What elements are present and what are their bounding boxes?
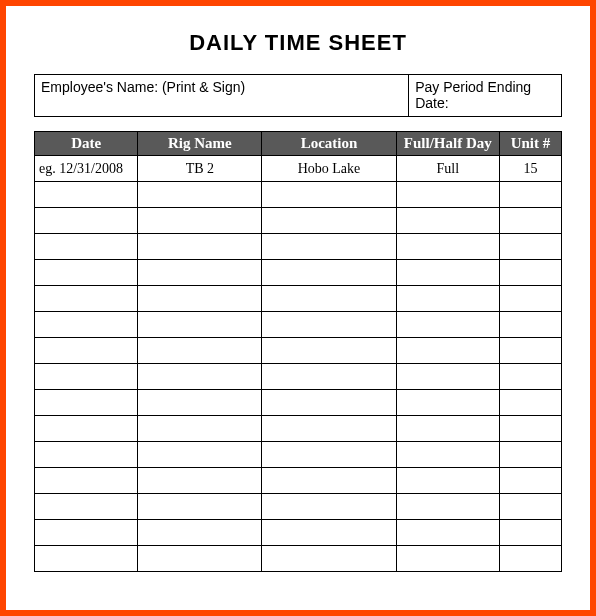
cell-day[interactable] xyxy=(396,390,499,416)
table-row xyxy=(35,442,562,468)
cell-location[interactable] xyxy=(262,234,396,260)
header-date: Date xyxy=(35,132,138,156)
cell-rig[interactable] xyxy=(138,182,262,208)
cell-rig[interactable]: TB 2 xyxy=(138,156,262,182)
cell-day[interactable] xyxy=(396,234,499,260)
cell-unit[interactable] xyxy=(499,234,561,260)
cell-rig[interactable] xyxy=(138,520,262,546)
table-row xyxy=(35,260,562,286)
cell-unit[interactable]: 15 xyxy=(499,156,561,182)
cell-unit[interactable] xyxy=(499,338,561,364)
header-rig: Rig Name xyxy=(138,132,262,156)
header-day: Full/Half Day xyxy=(396,132,499,156)
cell-location[interactable] xyxy=(262,468,396,494)
cell-location[interactable] xyxy=(262,520,396,546)
cell-unit[interactable] xyxy=(499,468,561,494)
cell-unit[interactable] xyxy=(499,312,561,338)
table-row xyxy=(35,182,562,208)
table-row xyxy=(35,234,562,260)
cell-date[interactable] xyxy=(35,416,138,442)
cell-rig[interactable] xyxy=(138,468,262,494)
cell-rig[interactable] xyxy=(138,546,262,572)
cell-unit[interactable] xyxy=(499,208,561,234)
employee-name-cell[interactable]: Employee's Name: (Print & Sign) xyxy=(35,75,409,117)
cell-day[interactable] xyxy=(396,416,499,442)
table-row xyxy=(35,416,562,442)
cell-rig[interactable] xyxy=(138,364,262,390)
table-row xyxy=(35,520,562,546)
cell-date[interactable] xyxy=(35,442,138,468)
cell-day[interactable] xyxy=(396,260,499,286)
cell-date[interactable] xyxy=(35,390,138,416)
cell-rig[interactable] xyxy=(138,494,262,520)
info-table: Employee's Name: (Print & Sign) Pay Peri… xyxy=(34,74,562,117)
cell-unit[interactable] xyxy=(499,182,561,208)
cell-date[interactable] xyxy=(35,364,138,390)
cell-date[interactable] xyxy=(35,234,138,260)
cell-day[interactable] xyxy=(396,182,499,208)
cell-date[interactable] xyxy=(35,260,138,286)
cell-day[interactable] xyxy=(396,520,499,546)
cell-date[interactable] xyxy=(35,338,138,364)
cell-location[interactable] xyxy=(262,546,396,572)
cell-location[interactable] xyxy=(262,286,396,312)
cell-unit[interactable] xyxy=(499,260,561,286)
table-row xyxy=(35,364,562,390)
cell-day[interactable] xyxy=(396,546,499,572)
cell-date[interactable] xyxy=(35,312,138,338)
cell-date[interactable]: eg. 12/31/2008 xyxy=(35,156,138,182)
cell-location[interactable] xyxy=(262,416,396,442)
cell-location[interactable] xyxy=(262,338,396,364)
cell-day[interactable]: Full xyxy=(396,156,499,182)
cell-unit[interactable] xyxy=(499,364,561,390)
cell-location[interactable] xyxy=(262,390,396,416)
cell-unit[interactable] xyxy=(499,546,561,572)
cell-date[interactable] xyxy=(35,520,138,546)
cell-location[interactable] xyxy=(262,260,396,286)
cell-location[interactable] xyxy=(262,208,396,234)
cell-date[interactable] xyxy=(35,468,138,494)
table-row xyxy=(35,338,562,364)
cell-date[interactable] xyxy=(35,286,138,312)
cell-unit[interactable] xyxy=(499,390,561,416)
header-location: Location xyxy=(262,132,396,156)
cell-day[interactable] xyxy=(396,364,499,390)
cell-rig[interactable] xyxy=(138,260,262,286)
cell-date[interactable] xyxy=(35,182,138,208)
cell-rig[interactable] xyxy=(138,442,262,468)
cell-day[interactable] xyxy=(396,208,499,234)
cell-date[interactable] xyxy=(35,208,138,234)
cell-location[interactable] xyxy=(262,364,396,390)
cell-day[interactable] xyxy=(396,338,499,364)
cell-rig[interactable] xyxy=(138,338,262,364)
cell-unit[interactable] xyxy=(499,416,561,442)
cell-location[interactable] xyxy=(262,442,396,468)
cell-rig[interactable] xyxy=(138,416,262,442)
cell-date[interactable] xyxy=(35,494,138,520)
cell-unit[interactable] xyxy=(499,494,561,520)
cell-rig[interactable] xyxy=(138,312,262,338)
cell-date[interactable] xyxy=(35,546,138,572)
cell-day[interactable] xyxy=(396,312,499,338)
table-row xyxy=(35,468,562,494)
cell-unit[interactable] xyxy=(499,286,561,312)
cell-unit[interactable] xyxy=(499,520,561,546)
cell-location[interactable] xyxy=(262,494,396,520)
document-frame: DAILY TIME SHEET Employee's Name: (Print… xyxy=(0,0,596,616)
cell-rig[interactable] xyxy=(138,390,262,416)
cell-day[interactable] xyxy=(396,286,499,312)
cell-day[interactable] xyxy=(396,468,499,494)
cell-location[interactable] xyxy=(262,312,396,338)
table-row xyxy=(35,494,562,520)
cell-location[interactable] xyxy=(262,182,396,208)
table-row: eg. 12/31/2008TB 2Hobo LakeFull15 xyxy=(35,156,562,182)
cell-unit[interactable] xyxy=(499,442,561,468)
cell-day[interactable] xyxy=(396,494,499,520)
table-row xyxy=(35,546,562,572)
pay-period-cell[interactable]: Pay Period Ending Date: xyxy=(409,75,562,117)
cell-day[interactable] xyxy=(396,442,499,468)
cell-rig[interactable] xyxy=(138,286,262,312)
cell-location[interactable]: Hobo Lake xyxy=(262,156,396,182)
cell-rig[interactable] xyxy=(138,208,262,234)
cell-rig[interactable] xyxy=(138,234,262,260)
